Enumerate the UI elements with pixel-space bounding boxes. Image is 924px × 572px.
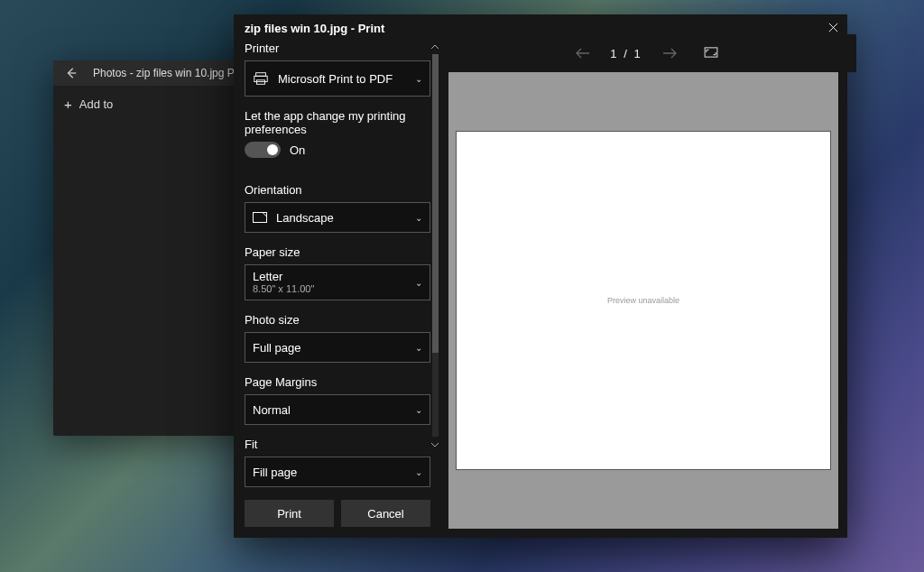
page-margins-label: Page Margins [245, 375, 430, 389]
scroll-up-button[interactable] [430, 42, 439, 51]
printer-value: Microsoft Print to PDF [278, 72, 393, 86]
svg-rect-1 [254, 76, 267, 81]
preview-area: Preview unavailable [448, 72, 838, 529]
fullscreen-button[interactable] [704, 45, 718, 61]
print-options-panel: Printer Microsoft Print to PDF ⌄ Let the… [234, 42, 443, 538]
fit-label: Fit [245, 438, 430, 451]
orientation-label: Orientation [245, 183, 430, 197]
add-to-button[interactable]: + Add to [64, 97, 113, 111]
preview-navigation: 1 / 1 [438, 34, 856, 72]
photo-size-value: Full page [253, 341, 300, 355]
photo-size-label: Photo size [245, 313, 430, 327]
next-page-button[interactable] [662, 44, 677, 63]
page-margins-value: Normal [253, 403, 291, 417]
printer-label: Printer [245, 42, 430, 55]
back-button[interactable] [53, 60, 89, 86]
arrow-left-icon [576, 48, 590, 59]
photo-size-dropdown[interactable]: Full page ⌄ [245, 332, 430, 363]
fit-dropdown[interactable]: Fill page ⌄ [245, 457, 430, 487]
preview-unavailable-text: Preview unavailable [607, 296, 679, 305]
svg-rect-2 [257, 80, 265, 85]
preferences-text: Let the app change my printing preferenc… [245, 109, 430, 136]
chevron-up-icon [431, 44, 439, 50]
print-button[interactable]: Print [245, 500, 334, 527]
toggle-state-label: On [290, 143, 305, 157]
cancel-button[interactable]: Cancel [341, 500, 430, 527]
back-arrow-icon [65, 67, 78, 79]
chevron-down-icon: ⌄ [415, 278, 422, 288]
options-scroll-area: Printer Microsoft Print to PDF ⌄ Let the… [245, 42, 443, 493]
chevron-down-icon: ⌄ [415, 74, 422, 84]
paper-size-dropdown[interactable]: Letter 8.50" x 11.00" ⌄ [245, 264, 430, 300]
preferences-toggle[interactable] [245, 142, 281, 158]
orientation-dropdown[interactable]: Landscape ⌄ [245, 202, 430, 233]
arrow-right-icon [662, 48, 677, 59]
toggle-knob [267, 144, 278, 155]
fullscreen-icon [704, 47, 718, 58]
dialog-body: Printer Microsoft Print to PDF ⌄ Let the… [234, 42, 847, 538]
scroll-down-button[interactable] [430, 439, 439, 449]
paper-size-subtext: 8.50" x 11.00" [253, 283, 314, 295]
svg-rect-0 [256, 73, 266, 77]
preview-page: Preview unavailable [456, 131, 831, 470]
paper-size-value: Letter [253, 270, 314, 284]
prev-page-button[interactable] [576, 44, 590, 63]
dialog-button-row: Print Cancel [245, 493, 443, 538]
fit-value: Fill page [253, 466, 297, 479]
printer-icon [253, 70, 269, 87]
page-margins-dropdown[interactable]: Normal ⌄ [245, 394, 430, 425]
paper-size-label: Paper size [245, 245, 430, 259]
chevron-down-icon: ⌄ [415, 213, 422, 223]
chevron-down-icon [431, 442, 439, 447]
close-button[interactable] [811, 21, 838, 35]
scrollbar-thumb[interactable] [432, 54, 439, 353]
preview-pane: Preview unavailable [448, 72, 838, 529]
page-counter: 1 / 1 [610, 47, 642, 60]
close-icon [828, 23, 838, 32]
printer-dropdown[interactable]: Microsoft Print to PDF ⌄ [245, 60, 430, 97]
scrollbar-track[interactable] [432, 54, 439, 437]
chevron-down-icon: ⌄ [415, 343, 422, 353]
orientation-value: Landscape [276, 211, 334, 225]
chevron-down-icon: ⌄ [415, 405, 422, 415]
chevron-down-icon: ⌄ [415, 467, 422, 477]
add-to-label: Add to [79, 97, 114, 111]
landscape-icon [253, 212, 267, 223]
dialog-title: zip files win 10.jpg - Print [245, 22, 384, 35]
preferences-toggle-row: On [245, 142, 430, 158]
plus-icon: + [64, 97, 72, 111]
print-dialog: zip files win 10.jpg - Print Printer [234, 14, 847, 538]
